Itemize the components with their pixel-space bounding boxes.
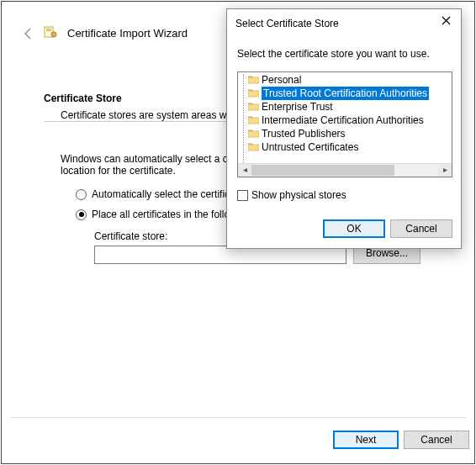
tree-item-label: Trusted Root Certification Authorities	[262, 87, 429, 100]
show-physical-label: Show physical stores	[251, 189, 346, 201]
tree-item[interactable]: Personal	[238, 73, 452, 87]
tree-item-label: Trusted Publishers	[262, 127, 346, 140]
tree-item-label: Personal	[262, 73, 301, 87]
certificate-store-tree[interactable]: PersonalTrusted Root Certification Autho…	[237, 71, 452, 177]
svg-rect-2	[46, 30, 51, 31]
folder-icon	[248, 128, 259, 141]
wizard-header: Certificate Import Wizard	[22, 25, 188, 41]
scroll-right-icon[interactable]: ▸	[438, 164, 452, 177]
folder-icon	[248, 87, 259, 101]
tree-item-label: Untrusted Certificates	[262, 140, 358, 154]
select-store-dialog: Select Certificate Store Select the cert…	[226, 8, 462, 249]
ok-button[interactable]: OK	[323, 219, 385, 238]
scroll-thumb[interactable]	[251, 165, 394, 176]
section-title: Certificate Store	[44, 92, 122, 104]
folder-icon	[248, 101, 259, 114]
tree-item[interactable]: Trusted Root Certification Authorities	[238, 87, 452, 100]
tree-item-label: Intermediate Certification Authorities	[262, 114, 424, 127]
radio-icon	[76, 189, 87, 200]
show-physical-row[interactable]: Show physical stores	[237, 189, 346, 201]
radio-icon	[76, 209, 87, 220]
scroll-track[interactable]	[251, 164, 438, 177]
dialog-cancel-button[interactable]: Cancel	[390, 219, 452, 238]
svg-rect-1	[46, 29, 51, 29]
certificate-icon	[44, 25, 62, 41]
back-arrow-icon[interactable]	[22, 27, 35, 40]
close-button[interactable]	[436, 14, 456, 31]
footer-divider	[10, 417, 466, 418]
next-button[interactable]: Next	[333, 431, 399, 449]
tree-item[interactable]: Intermediate Certification Authorities	[238, 114, 452, 127]
dialog-title: Select Certificate Store	[235, 18, 339, 29]
tree-item[interactable]: Trusted Publishers	[238, 127, 452, 140]
svg-point-3	[51, 32, 56, 37]
tree-item[interactable]: Enterprise Trust	[238, 100, 452, 114]
certificate-store-label: Certificate store:	[94, 230, 167, 242]
folder-icon	[248, 114, 259, 128]
horizontal-scrollbar[interactable]: ◂ ▸	[238, 163, 452, 177]
checkbox-icon	[237, 190, 248, 201]
folder-icon	[248, 74, 259, 87]
section-text-1: Certificate stores are system areas w	[61, 109, 226, 121]
wizard-window: Certificate Import Wizard Certificate St…	[1, 1, 475, 464]
folder-icon	[248, 141, 259, 155]
scroll-left-icon[interactable]: ◂	[238, 164, 251, 177]
tree-item[interactable]: Untrusted Certificates	[238, 140, 452, 154]
cancel-button[interactable]: Cancel	[404, 431, 469, 449]
dialog-instruction: Select the certificate store you want to…	[237, 48, 430, 60]
tree-item-label: Enterprise Trust	[262, 100, 333, 114]
wizard-title: Certificate Import Wizard	[67, 27, 188, 40]
